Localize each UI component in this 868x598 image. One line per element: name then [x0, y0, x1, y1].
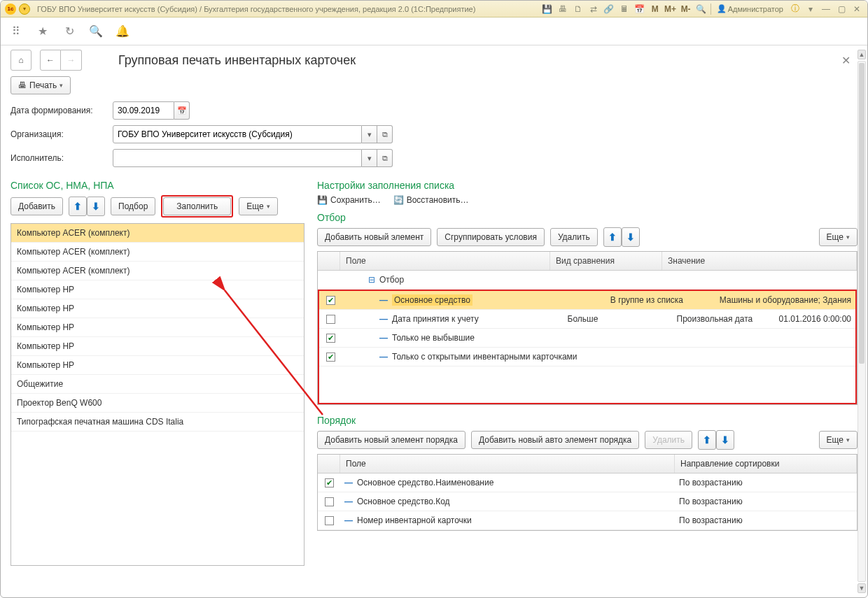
list-item[interactable]: Компьютер ACER (комплект) [11, 224, 304, 243]
apps-icon[interactable]: ⠿ [9, 24, 23, 38]
scroll-down-icon[interactable]: ▼ [858, 583, 866, 593]
checkbox[interactable] [325, 516, 334, 525]
order-add-button[interactable]: Добавить новый элемент порядка [317, 431, 465, 449]
favorite-icon[interactable]: ★ [36, 24, 50, 38]
org-open-button[interactable] [377, 125, 393, 143]
preview-icon[interactable]: 🗋 [572, 3, 584, 15]
app-menu-dropdown[interactable]: ▾ [19, 3, 30, 15]
filter-rows-highlight: —Основное средствоВ группе из спискаМаши… [318, 290, 857, 404]
filter-delete-button[interactable]: Удалить [550, 228, 598, 246]
memory-m[interactable]: M [649, 3, 662, 15]
order-row[interactable]: —Основное средство.КодПо возрастанию [318, 492, 857, 511]
checkbox[interactable] [326, 315, 335, 324]
home-button[interactable]: ⌂ [10, 50, 31, 71]
filter-up-button[interactable]: ⬆ [603, 227, 622, 247]
minimize-icon[interactable]: — [820, 3, 832, 15]
scroll-up-icon[interactable]: ▲ [858, 50, 866, 59]
list-item[interactable]: Общежитие [11, 375, 304, 394]
object-list[interactable]: Компьютер ACER (комплект)Компьютер ACER … [10, 223, 304, 566]
dash-icon: — [344, 515, 353, 525]
filter-group-button[interactable]: Сгруппировать условия [437, 228, 545, 246]
date-input[interactable] [113, 101, 174, 120]
checkbox[interactable] [326, 353, 335, 362]
calculator-icon[interactable]: 🖩 [618, 3, 631, 15]
options-dropdown-icon[interactable]: ▾ [804, 3, 817, 15]
save-icon[interactable]: 💾 [541, 3, 554, 15]
checkbox[interactable] [326, 296, 335, 305]
dash-icon: — [346, 333, 388, 343]
more-button-left[interactable]: Еще ▾ [239, 197, 277, 215]
history-icon[interactable]: ↻ [62, 24, 76, 38]
back-button[interactable]: ← [40, 50, 61, 71]
select-button[interactable]: Подбор [111, 197, 155, 215]
open-icon [382, 154, 388, 163]
order-up-button[interactable]: ⬆ [698, 430, 716, 450]
notifications-icon[interactable]: 🔔 [115, 24, 130, 38]
move-down-button[interactable]: ⬇ [87, 197, 105, 216]
scroll-thumb[interactable] [859, 63, 864, 364]
list-item[interactable]: Компьютер HP [11, 280, 304, 299]
checkbox[interactable] [326, 334, 335, 343]
add-button[interactable]: Добавить [10, 197, 63, 215]
compare-icon[interactable]: ⇄ [587, 3, 600, 15]
order-more-button[interactable]: Еще▾ [819, 431, 858, 449]
executor-label: Исполнитель: [10, 153, 108, 163]
filter-add-button[interactable]: Добавить новый элемент [317, 228, 431, 246]
list-item[interactable]: Проектор BenQ W600 [11, 394, 304, 413]
org-dropdown-button[interactable] [362, 125, 377, 143]
calendar-icon[interactable]: 📅 [634, 3, 646, 15]
user-label[interactable]: 👤 Администратор [717, 4, 783, 13]
executor-input[interactable] [113, 149, 362, 167]
list-item[interactable]: Компьютер HP [11, 299, 304, 318]
list-item[interactable]: Типографская печатная машина CDS Italia [11, 413, 304, 432]
print-button[interactable]: 🖶 Печать ▾ [10, 76, 71, 94]
list-item[interactable]: Компьютер ACER (комплект) [11, 262, 304, 280]
link-icon[interactable]: 🔗 [603, 3, 615, 15]
maximize-icon[interactable]: ▢ [835, 3, 848, 15]
restore-settings-link[interactable]: 🔄Восстановить… [393, 195, 469, 205]
app-logo-icon: 1c [5, 3, 16, 15]
executor-open-button[interactable] [377, 149, 393, 167]
info-icon[interactable]: ⓘ [789, 3, 802, 15]
filter-row[interactable]: —Только с открытыми инвентарными карточк… [319, 348, 855, 366]
filter-field-label: Только не выбывшие [392, 333, 475, 343]
list-item[interactable]: Компьютер HP [11, 356, 304, 375]
list-item[interactable]: Компьютер ACER (комплект) [11, 243, 304, 262]
date-picker-button[interactable] [174, 101, 190, 120]
checkbox[interactable] [325, 497, 334, 506]
close-page-button[interactable]: ✕ [841, 54, 850, 67]
memory-m-plus[interactable]: M+ [664, 3, 677, 15]
order-add-auto-button[interactable]: Добавить новый авто элемент порядка [471, 431, 639, 449]
search-icon[interactable]: 🔍 [89, 24, 103, 38]
order-delete-button[interactable]: Удалить [645, 431, 692, 449]
close-window-icon[interactable]: ✕ [850, 3, 863, 15]
list-item[interactable]: Компьютер HP [11, 318, 304, 337]
filter-more-button[interactable]: Еще▾ [819, 228, 858, 246]
print-icon[interactable]: 🖶 [556, 3, 569, 15]
chevron-down-icon: ▾ [846, 234, 850, 241]
list-item[interactable]: Компьютер HP [11, 337, 304, 356]
arrow-down-icon: ⬇ [721, 434, 729, 446]
window-scrollbar[interactable]: ▲ ▼ [858, 50, 866, 593]
order-row[interactable]: —Основное средство.НаименованиеПо возрас… [318, 474, 857, 492]
filter-field-label: Основное средство [392, 294, 472, 306]
filter-row[interactable]: —Дата принятия к учетуБольшеПроизвольная… [319, 310, 855, 329]
filter-root-row[interactable]: ⊟Отбор [318, 271, 857, 290]
order-row[interactable]: —Номер инвентарной карточкиПо возрастани… [318, 511, 857, 530]
checkbox[interactable] [325, 478, 334, 487]
filter-col-value: Значение [662, 252, 857, 270]
filter-down-button[interactable]: ⬇ [622, 227, 640, 247]
zoom-icon[interactable]: 🔍 [695, 3, 708, 15]
fill-button[interactable]: Заполнить [163, 197, 231, 215]
filter-row[interactable]: —Основное средствоВ группе из спискаМаши… [319, 291, 855, 310]
org-input[interactable] [113, 125, 362, 143]
collapse-icon: ⊟ [368, 275, 375, 285]
scroll-track[interactable] [858, 61, 866, 582]
memory-m-minus[interactable]: M- [680, 3, 692, 15]
save-settings-link[interactable]: 💾Сохранить… [317, 195, 381, 205]
move-up-button[interactable]: ⬆ [69, 197, 87, 216]
filter-row[interactable]: —Только не выбывшие [319, 329, 855, 348]
order-down-button[interactable]: ⬇ [716, 430, 734, 450]
forward-button[interactable]: → [61, 50, 82, 71]
executor-dropdown-button[interactable] [362, 149, 377, 167]
